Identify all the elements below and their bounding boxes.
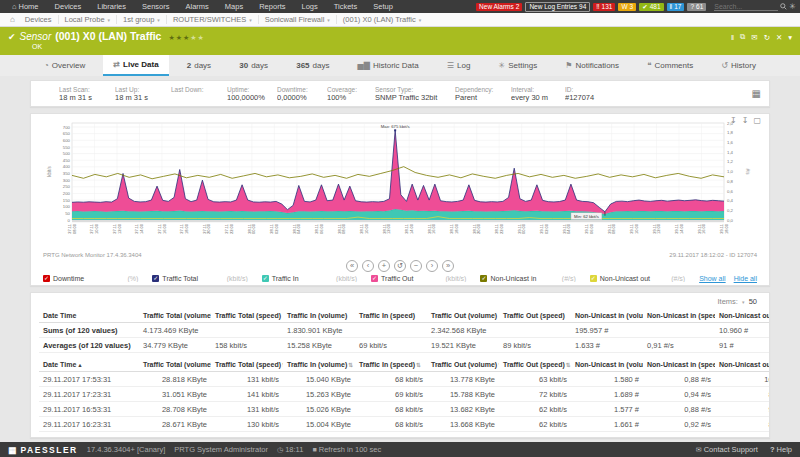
legend-checkbox-non-unicast-out[interactable]: ✓ [590,275,597,282]
clone-icon[interactable]: ⧉ [740,32,745,42]
column-header-traffic-out-volume[interactable]: Traffic Out (volume) [427,309,499,323]
unknown-count-badge[interactable]: ?61 [687,3,706,11]
nav-item-logs[interactable]: Logs [293,0,325,13]
column-header-non-unicast-in-volume[interactable]: Non-Unicast in (volume)⇅ [571,358,643,372]
sort-icon: ⇅ [416,362,421,368]
column-header-traffic-out-speed[interactable]: Traffic Out (speed)⇅ [499,358,571,372]
traffic-graph[interactable]: 0501001502002503003504004505005506006507… [44,117,756,252]
legend-checkbox-downtime[interactable]: ✓ [43,275,50,282]
tab-settings[interactable]: ✳Settings [489,55,548,76]
nav-item-libraries[interactable]: Libraries [89,0,134,13]
nav-item-tickets[interactable]: Tickets [326,0,365,13]
new-log-entries-badge[interactable]: New Log Entries94 [525,2,590,12]
column-header-traffic-total-volume[interactable]: Traffic Total (volume)⇅ [139,358,211,372]
help-link[interactable]: ? Help [770,445,792,454]
breadcrumb-item-1st-group[interactable]: 1st group▾ [116,15,166,24]
qr-code-icon[interactable]: ▦ [752,88,761,99]
jump-back-button[interactable]: « [346,260,358,272]
tab-2-days[interactable]: 2days [177,55,221,76]
error-count-badge[interactable]: ‼131 [593,3,615,11]
legend-checkbox-traffic-out[interactable]: ✓ [371,275,378,282]
step-forward-button[interactable]: › [426,260,438,272]
legend-item-downtime: ✓Downtime(%) [43,275,152,282]
value-cell [643,323,715,338]
reset-zoom-button[interactable]: ↺ [394,260,406,272]
pause-icon[interactable]: ‖ [731,33,734,42]
refresh-icon[interactable]: ↻ [764,33,770,42]
breadcrumb-item-sonicwall-firewall[interactable]: Sonicwall Firewall▾ [258,15,336,24]
tab-notifications[interactable]: ⚑Notifications [555,55,629,76]
step-back-button[interactable]: ‹ [362,260,374,272]
breadcrumb-item-router-switches[interactable]: ROUTER/SWITCHES▾ [166,15,258,24]
hide-all-link[interactable]: Hide all [734,275,757,282]
svg-text:14:00: 14:00 [409,223,414,234]
tab-history[interactable]: ↺History [711,55,766,76]
priority-stars[interactable]: ★★★★★ [168,34,204,42]
column-header-non-unicast-in-speed[interactable]: Non-Unicast in (speed)⇅ [643,358,715,372]
column-header-traffic-in-volume[interactable]: Traffic In (volume) [283,309,355,323]
nav-item-setup[interactable]: Setup [365,0,401,13]
download-data-icon[interactable]: ↧ [742,116,749,125]
jump-forward-button[interactable]: » [442,260,454,272]
up-count-badge-icon: ✔ [642,3,647,11]
notification-email-icon[interactable]: ✉ [751,33,757,42]
tab-30-days[interactable]: 30days [229,55,278,76]
new-alarms-badge[interactable]: New Alarms2 [476,3,522,11]
tab-comments[interactable]: ❝Comments [637,55,703,76]
column-header-non-unicast-out-volume[interactable]: Non-Unicast out (volume) [715,309,770,323]
column-header-traffic-in-volume[interactable]: Traffic In (volume)⇅ [283,358,355,372]
tab-overview[interactable]: ◔Overview [34,55,95,76]
download-graph-icon[interactable]: ↧ [730,116,737,125]
tab-365-days[interactable]: 365days [286,55,339,76]
sort-icon: ⇅ [498,362,499,368]
refresh-status[interactable]: ■ Refresh in 100 sec [312,445,381,454]
items-selector[interactable]: Items: ▾ 50 [39,295,761,309]
zoom-out-button[interactable]: − [410,260,422,272]
fullscreen-icon[interactable]: ▢ [753,116,761,125]
column-header-traffic-total-speed[interactable]: Traffic Total (speed)⇅ [211,358,283,372]
column-header-date-time[interactable]: Date Time [39,309,139,323]
contact-support-link[interactable]: ✉ Contact Support [696,445,758,454]
up-count-badge[interactable]: ✔481 [639,3,663,11]
column-header-date-time[interactable]: Date Time▲ [39,358,139,372]
gear-icon[interactable]: ✳ [789,2,796,11]
column-header-traffic-out-speed[interactable]: Traffic Out (speed) [499,309,571,323]
paessler-brand[interactable]: ▦PAESSLER [8,445,78,455]
column-header-traffic-out-volume[interactable]: Traffic Out (volume)⇅ [427,358,499,372]
search-icon[interactable] [780,3,787,10]
home-icon[interactable]: ⌂ [6,15,19,24]
nav-item-reports[interactable]: Reports [251,0,293,13]
column-header-traffic-total-speed[interactable]: Traffic Total (speed) [211,309,283,323]
more-caret-icon[interactable]: ▾ [788,33,792,42]
warning-count-badge[interactable]: W3 [618,3,636,11]
column-header-traffic-in-speed[interactable]: Traffic In (speed) [355,309,427,323]
nav-item-devices[interactable]: Devices [47,0,90,13]
tab-live-data[interactable]: ⇄Live Data [103,55,168,76]
zoom-in-button[interactable]: + [378,260,390,272]
column-header-non-unicast-out-volume[interactable]: Non-Unicast out (volume)⇅ [715,358,770,372]
nav-item-home[interactable]: ⌂Home [4,0,47,13]
status-badges: New Alarms2New Log Entries94‼131W3✔481‖1… [476,2,706,12]
nav-item-maps[interactable]: Maps [217,0,251,13]
show-all-link[interactable]: Show all [699,275,725,282]
breadcrumb-item-devices[interactable]: Devices [19,15,58,24]
paused-count-badge[interactable]: ‖17 [667,3,685,11]
breadcrumb-item-001-x0-lan-traffic[interactable]: (001) X0 (LAN) Traffic▾ [336,15,427,24]
tab-log[interactable]: ☰Log [437,55,481,76]
star-icon: ★ [176,34,183,41]
legend-checkbox-non-unicast-in[interactable]: ✓ [480,275,487,282]
breadcrumb-item-local-probe[interactable]: Local Probe▾ [58,15,117,24]
value-cell: 34.779 KByte [139,338,211,353]
tab-historic-data[interactable]: ▅▇Historic Data [348,55,429,76]
column-header-non-unicast-in-volume[interactable]: Non-Unicast in (volume) [571,309,643,323]
legend-checkbox-traffic-in[interactable]: ✓ [262,275,269,282]
column-header-traffic-total-volume[interactable]: Traffic Total (volume) [139,309,211,323]
nav-item-alarms[interactable]: Alarms [178,0,217,13]
delete-icon[interactable]: ✕ [776,33,782,42]
column-header-traffic-in-speed[interactable]: Traffic In (speed)⇅ [355,358,427,372]
nav-item-sensors[interactable]: Sensors [134,0,178,13]
search-input[interactable] [714,3,778,11]
svg-text:Max: 675 kbit/s: Max: 675 kbit/s [381,124,410,129]
legend-checkbox-traffic-total[interactable]: ✓ [152,275,159,282]
column-header-non-unicast-in-speed[interactable]: Non-Unicast in (speed) [643,309,715,323]
